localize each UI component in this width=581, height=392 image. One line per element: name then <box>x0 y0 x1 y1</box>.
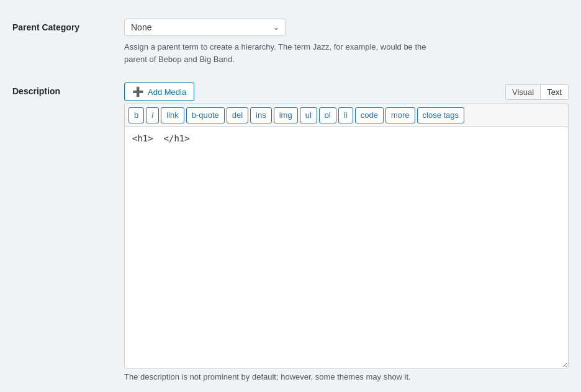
parent-category-row: Parent Category None Category 1 Category… <box>12 19 569 65</box>
description-label: Description <box>12 82 124 96</box>
fmt-b[interactable]: b <box>128 107 144 123</box>
add-media-button[interactable]: ➕ Add Media <box>124 82 194 101</box>
description-editor[interactable]: <h1> </h1> <box>124 127 569 368</box>
fmt-i[interactable]: i <box>146 107 159 123</box>
fmt-li[interactable]: li <box>338 107 353 123</box>
description-field: ➕ Add Media Visual Text b i link b-quote… <box>124 82 569 381</box>
tab-text[interactable]: Text <box>540 85 568 99</box>
fmt-close-tags[interactable]: close tags <box>417 107 465 123</box>
add-media-icon: ➕ <box>132 86 144 97</box>
editor-tabs: Visual Text <box>505 84 569 100</box>
parent-category-select-wrapper: None Category 1 Category 2 ⌄ <box>124 19 286 36</box>
add-media-label: Add Media <box>148 87 186 97</box>
editor-container: <h1> </h1> <box>124 127 569 368</box>
fmt-link[interactable]: link <box>161 107 184 123</box>
parent-category-label: Parent Category <box>12 19 124 32</box>
fmt-more[interactable]: more <box>385 107 415 123</box>
fmt-del[interactable]: del <box>227 107 248 123</box>
parent-category-field: None Category 1 Category 2 ⌄ Assign a pa… <box>124 19 569 65</box>
fmt-ul[interactable]: ul <box>300 107 317 123</box>
format-buttons-bar: b i link b-quote del ins img ul ol li co… <box>124 104 569 127</box>
fmt-ol[interactable]: ol <box>319 107 336 123</box>
description-row: Description ➕ Add Media Visual Text b i … <box>12 82 569 381</box>
tab-visual[interactable]: Visual <box>506 85 540 99</box>
parent-category-hint: Assign a parent term to create a hierarc… <box>124 41 447 65</box>
fmt-ins[interactable]: ins <box>250 107 272 123</box>
fmt-b-quote[interactable]: b-quote <box>186 107 225 123</box>
fmt-code[interactable]: code <box>355 107 384 123</box>
editor-toolbar: ➕ Add Media Visual Text <box>124 82 569 101</box>
description-hint: The description is not prominent by defa… <box>124 372 569 381</box>
parent-category-select[interactable]: None Category 1 Category 2 <box>124 19 286 36</box>
fmt-img[interactable]: img <box>274 107 298 123</box>
